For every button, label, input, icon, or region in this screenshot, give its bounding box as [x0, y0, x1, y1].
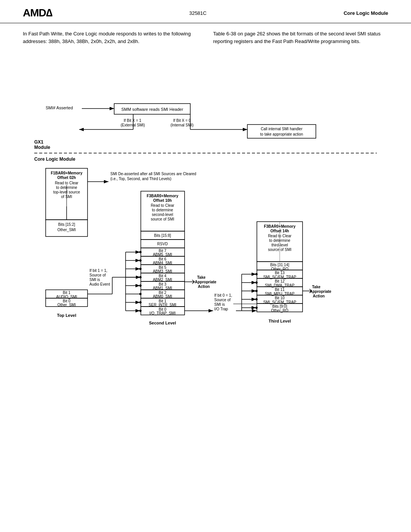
svg-text:Appropriate: Appropriate	[310, 289, 331, 294]
svg-text:Third Level: Third Level	[269, 319, 291, 323]
amd-logo: AMD∆	[23, 7, 52, 19]
svg-text:Module: Module	[34, 145, 50, 150]
svg-text:second-level: second-level	[152, 212, 173, 217]
svg-text:If Bit X = 0: If Bit X = 0	[173, 118, 191, 123]
svg-text:If bit 1 = 1,: If bit 1 = 1,	[89, 268, 107, 273]
svg-text:F1BAR0+Memory: F1BAR0+Memory	[51, 171, 83, 175]
svg-text:to determine: to determine	[152, 208, 173, 212]
header-doc-num: 32581C	[189, 10, 207, 16]
svg-text:GX1: GX1	[34, 139, 43, 145]
svg-text:SMI is: SMI is	[89, 278, 100, 282]
svg-text:Source of: Source of	[89, 273, 106, 277]
svg-text:Core Logic Module: Core Logic Module	[34, 157, 75, 162]
svg-text:I/O_TRAP_SMI: I/O_TRAP_SMI	[150, 311, 176, 315]
svg-text:If bit 0 = 1,: If bit 0 = 1,	[214, 293, 232, 297]
svg-text:Bit 10: Bit 10	[275, 296, 285, 300]
svg-text:RSVD: RSVD	[157, 242, 168, 246]
header-section-title: Core Logic Module	[344, 10, 388, 16]
svg-text:Top Level: Top Level	[57, 313, 76, 318]
svg-text:Bit 13: Bit 13	[275, 271, 285, 275]
svg-text:Offset 10h: Offset 10h	[153, 198, 172, 203]
svg-text:Read to Clear: Read to Clear	[55, 181, 78, 185]
svg-text:If Bit X = 1: If Bit X = 1	[124, 118, 142, 123]
svg-text:SMI# Asserted: SMI# Asserted	[46, 105, 73, 110]
svg-text:Other_SMI: Other_SMI	[57, 303, 76, 307]
svg-text:Take: Take	[197, 275, 206, 280]
intro-left: In Fast Path Write, the Core Logic modul…	[23, 30, 198, 45]
svg-text:Audio Event: Audio Event	[89, 282, 110, 286]
page-body: In Fast Path Write, the Core Logic modul…	[0, 23, 411, 532]
svg-text:Bits [31:14]: Bits [31:14]	[270, 263, 289, 267]
svg-text:SMI is: SMI is	[214, 302, 225, 307]
svg-text:Second Level: Second Level	[149, 321, 176, 325]
svg-text:(External SMI): (External SMI)	[121, 123, 145, 127]
svg-text:(i.e., Top, Second, and Third : (i.e., Top, Second, and Third Levels)	[110, 177, 171, 181]
svg-text:Read to Clear: Read to Clear	[151, 203, 174, 208]
intro-columns: In Fast Path Write, the Core Logic modul…	[23, 30, 388, 45]
svg-text:Bit 11: Bit 11	[275, 288, 285, 292]
svg-text:Take: Take	[312, 285, 320, 289]
diagram-svg: GX1 Module Core Logic Module SMI# Assert…	[23, 54, 388, 370]
svg-text:Other_SMI: Other_SMI	[57, 228, 76, 232]
svg-text:Read to Clear: Read to Clear	[268, 234, 292, 238]
svg-text:Bit 12: Bit 12	[275, 279, 285, 283]
svg-text:SMM software reads SMI Header: SMM software reads SMI Header	[121, 107, 183, 112]
intro-right: Table 6-38 on page 262 shows the bit for…	[213, 30, 388, 45]
svg-text:Call internal SMI handler: Call internal SMI handler	[261, 127, 303, 131]
svg-text:Other_RO: Other_RO	[271, 308, 288, 313]
svg-text:F3BAR0+Memory: F3BAR0+Memory	[147, 194, 178, 198]
svg-text:Bit 1: Bit 1	[63, 291, 70, 295]
svg-text:source of SMI: source of SMI	[151, 217, 174, 221]
svg-text:I/O Trap: I/O Trap	[214, 307, 228, 311]
svg-text:Bits [15:8]: Bits [15:8]	[154, 233, 171, 238]
svg-text:Action: Action	[313, 294, 325, 298]
svg-text:Bits [15:2]: Bits [15:2]	[58, 222, 75, 227]
svg-text:Appropriate: Appropriate	[195, 280, 217, 284]
diagram-container: GX1 Module Core Logic Module SMI# Assert…	[23, 54, 388, 370]
page-header: AMD∆ 32581C Core Logic Module	[0, 0, 411, 23]
svg-text:Bits [9:0]: Bits [9:0]	[272, 304, 287, 308]
svg-text:Offset 02h: Offset 02h	[57, 176, 76, 180]
svg-text:Action: Action	[198, 284, 210, 289]
svg-text:to take appropriate action: to take appropriate action	[260, 132, 303, 136]
svg-text:SMI De-asserted after all SMI : SMI De-asserted after all SMI Sources ar…	[110, 172, 196, 176]
svg-text:Source of: Source of	[214, 298, 231, 302]
